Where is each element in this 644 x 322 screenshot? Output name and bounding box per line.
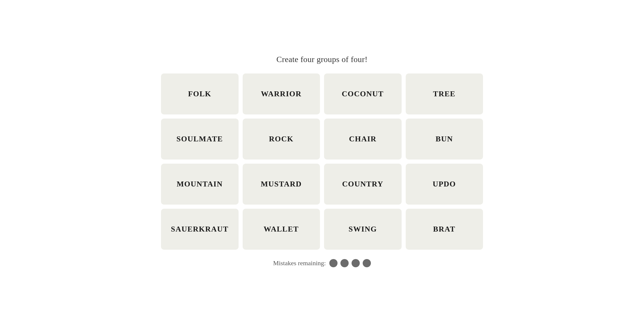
tile-label-soulmate: SOULMATE: [177, 135, 223, 143]
game-container: Create four groups of four! FOLKWARRIORC…: [161, 55, 483, 267]
tile-soulmate[interactable]: SOULMATE: [161, 119, 239, 160]
tile-label-country: COUNTRY: [342, 180, 383, 189]
tile-wallet[interactable]: WALLET: [243, 209, 320, 250]
tile-label-mustard: MUSTARD: [261, 180, 302, 189]
tile-swing[interactable]: SWING: [324, 209, 402, 250]
tile-tree[interactable]: TREE: [406, 73, 483, 114]
tile-label-sauerkraut: SAUERKRAUT: [171, 225, 229, 234]
tile-rock[interactable]: ROCK: [243, 119, 320, 160]
tile-sauerkraut[interactable]: SAUERKRAUT: [161, 209, 239, 250]
tile-label-brat: BRAT: [433, 225, 455, 234]
instruction-text: Create four groups of four!: [276, 55, 367, 64]
tile-label-wallet: WALLET: [264, 225, 299, 234]
mistakes-label: Mistakes remaining:: [273, 259, 326, 267]
tile-label-rock: ROCK: [269, 135, 294, 143]
tile-mountain[interactable]: MOUNTAIN: [161, 164, 239, 205]
tile-warrior[interactable]: WARRIOR: [243, 73, 320, 114]
mistake-dot-1: [329, 259, 338, 267]
tile-label-swing: SWING: [349, 225, 377, 234]
tile-label-updo: UPDO: [433, 180, 456, 189]
tile-updo[interactable]: UPDO: [406, 164, 483, 205]
mistake-dot-2: [340, 259, 349, 267]
mistake-dot-3: [352, 259, 360, 267]
tile-brat[interactable]: BRAT: [406, 209, 483, 250]
tile-chair[interactable]: CHAIR: [324, 119, 402, 160]
word-grid: FOLKWARRIORCOCONUTTREESOULMATEROCKCHAIRB…: [161, 73, 483, 250]
tile-mustard[interactable]: MUSTARD: [243, 164, 320, 205]
mistakes-dots: [329, 259, 371, 267]
tile-label-bun: BUN: [436, 135, 453, 143]
tile-label-tree: TREE: [433, 90, 455, 98]
mistakes-row: Mistakes remaining:: [273, 259, 371, 267]
tile-label-chair: CHAIR: [349, 135, 376, 143]
tile-label-mountain: MOUNTAIN: [177, 180, 223, 189]
tile-label-folk: FOLK: [188, 90, 211, 98]
tile-label-warrior: WARRIOR: [261, 90, 302, 98]
tile-label-coconut: COCONUT: [342, 90, 384, 98]
tile-country[interactable]: COUNTRY: [324, 164, 402, 205]
mistake-dot-4: [363, 259, 371, 267]
tile-bun[interactable]: BUN: [406, 119, 483, 160]
tile-folk[interactable]: FOLK: [161, 73, 239, 114]
tile-coconut[interactable]: COCONUT: [324, 73, 402, 114]
